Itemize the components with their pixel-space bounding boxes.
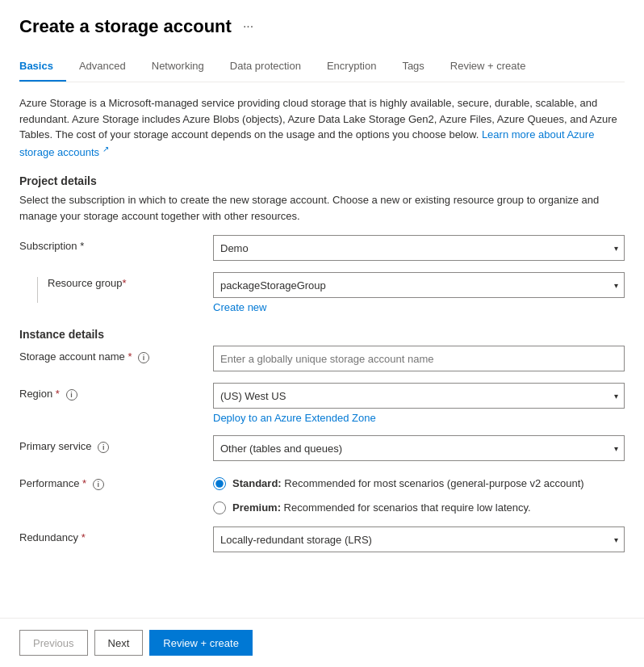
resource-group-select-wrapper: packageStorageGroup ▾ [213, 272, 625, 298]
primary-service-select-wrapper: Other (tables and queues) ▾ [213, 435, 625, 461]
region-required: * [56, 388, 60, 400]
subscription-row: Subscription * Demo ▾ [19, 235, 625, 261]
region-row: Region * i (US) West US ▾ Deploy to an A… [19, 383, 625, 424]
resource-group-required: * [123, 277, 127, 289]
performance-row: Performance * i Standard: Recommended fo… [19, 472, 625, 515]
region-select[interactable]: (US) West US [213, 383, 625, 409]
storage-account-name-input[interactable] [213, 346, 625, 371]
ellipsis-button[interactable]: ··· [240, 18, 257, 36]
azure-extended-zone-link[interactable]: Deploy to an Azure Extended Zone [213, 412, 625, 424]
create-new-resource-group-link[interactable]: Create new [213, 301, 625, 313]
performance-premium-label: Premium: Recommended for scenarios that … [232, 500, 531, 516]
tab-advanced[interactable]: Advanced [66, 52, 139, 82]
performance-info-icon[interactable]: i [93, 479, 104, 490]
performance-standard-label: Standard: Recommended for most scenarios… [232, 476, 584, 492]
storage-name-info-icon[interactable]: i [138, 352, 149, 363]
tab-networking[interactable]: Networking [139, 52, 217, 82]
storage-account-name-row: Storage account name * i [19, 346, 625, 371]
page-title: Create a storage account [19, 16, 232, 37]
subscription-required: * [80, 240, 84, 252]
performance-radio-group: Standard: Recommended for most scenarios… [213, 472, 625, 515]
redundancy-row: Redundancy * Locally-redundant storage (… [19, 526, 625, 552]
intro-description: Azure Storage is a Microsoft-managed ser… [19, 95, 625, 160]
performance-premium-radio[interactable] [213, 501, 226, 514]
instance-details-header: Instance details [19, 328, 625, 341]
tab-data-protection[interactable]: Data protection [217, 52, 314, 82]
performance-required: * [82, 477, 86, 489]
tab-encryption[interactable]: Encryption [314, 52, 389, 82]
subscription-label: Subscription [19, 240, 77, 252]
external-link-icon: ↗ [102, 145, 109, 153]
previous-button[interactable]: Previous [19, 630, 88, 656]
performance-label: Performance [19, 477, 79, 489]
storage-name-required: * [128, 350, 132, 363]
performance-standard-option[interactable]: Standard: Recommended for most scenarios… [213, 476, 625, 492]
tab-tags[interactable]: Tags [389, 52, 437, 82]
project-details-header: Project details [19, 174, 625, 187]
primary-service-info-icon[interactable]: i [98, 442, 109, 453]
primary-service-row: Primary service i Other (tables and queu… [19, 435, 625, 461]
performance-premium-option[interactable]: Premium: Recommended for scenarios that … [213, 500, 625, 516]
tab-review-create[interactable]: Review + create [437, 52, 539, 82]
next-button[interactable]: Next [94, 630, 144, 656]
primary-service-label: Primary service [19, 440, 92, 452]
resource-group-select[interactable]: packageStorageGroup [213, 272, 625, 298]
region-info-icon[interactable]: i [66, 389, 77, 401]
performance-standard-radio[interactable] [213, 477, 226, 490]
tabs-bar: Basics Advanced Networking Data protecti… [19, 52, 625, 82]
subscription-select-wrapper: Demo ▾ [213, 235, 625, 261]
project-details-description: Select the subscription in which to crea… [19, 192, 625, 224]
footer-bar: Previous Next Review + create [0, 618, 644, 667]
redundancy-required: * [82, 531, 86, 543]
subscription-select[interactable]: Demo [213, 235, 625, 261]
tab-basics[interactable]: Basics [19, 52, 66, 82]
redundancy-select[interactable]: Locally-redundant storage (LRS) [213, 526, 625, 552]
storage-name-label: Storage account name [19, 350, 125, 363]
region-select-wrapper: (US) West US ▾ [213, 383, 625, 409]
resource-group-label: Resource group [48, 277, 123, 289]
primary-service-select[interactable]: Other (tables and queues) [213, 435, 625, 461]
region-label: Region [19, 388, 52, 400]
review-create-button[interactable]: Review + create [149, 630, 253, 656]
redundancy-label: Redundancy [19, 531, 78, 543]
redundancy-select-wrapper: Locally-redundant storage (LRS) ▾ [213, 526, 625, 552]
